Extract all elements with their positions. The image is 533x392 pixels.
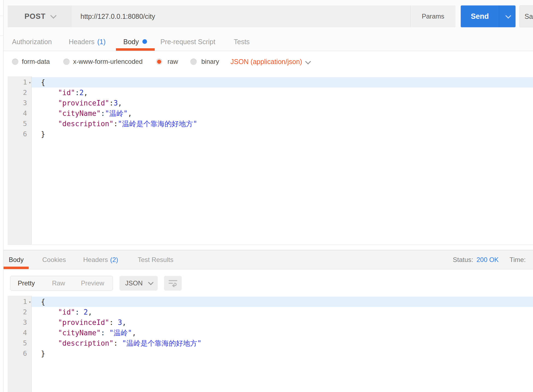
- response-format-label: JSON: [125, 279, 143, 287]
- content-type-chevron-icon[interactable]: [305, 60, 309, 65]
- code-token: :: [109, 318, 118, 327]
- radio-urlencoded-label[interactable]: x-www-form-urlencoded: [73, 58, 143, 65]
- view-pretty-button[interactable]: Pretty: [18, 279, 35, 287]
- status-value[interactable]: 200 OK: [477, 256, 499, 264]
- response-tab-headers-label: Headers: [83, 256, 108, 264]
- line-number: 1▾: [8, 77, 31, 88]
- code-token: 3: [118, 318, 122, 327]
- radio-binary[interactable]: [190, 59, 197, 65]
- code-token: "温岭": [109, 329, 132, 337]
- send-button[interactable]: Send: [461, 5, 516, 27]
- code-token: :: [101, 329, 109, 337]
- code-token: [41, 339, 58, 347]
- code-token: {: [41, 78, 45, 86]
- code-line: }: [32, 348, 533, 359]
- code-token: :: [113, 120, 118, 128]
- radio-binary-label[interactable]: binary: [201, 58, 219, 65]
- method-chevron-icon: [50, 13, 57, 19]
- wrap-text-icon: [168, 279, 178, 288]
- response-tab-headers[interactable]: Headers (2): [83, 254, 118, 266]
- response-tab-headers-count: (2): [110, 256, 118, 264]
- response-active-tab-underline: [4, 267, 29, 269]
- radio-x-www-form-urlencoded[interactable]: [63, 59, 70, 65]
- tab-authorization[interactable]: Authorization: [12, 35, 52, 49]
- code-token: "温岭": [105, 109, 128, 117]
- line-number: 5: [8, 338, 31, 348]
- body-modified-dot-icon: [142, 39, 147, 44]
- active-tab-underline: [116, 48, 155, 51]
- tab-pre-request-label: Pre-request Script: [160, 38, 215, 46]
- code-token: :: [109, 99, 113, 107]
- save-label: Sa: [525, 13, 533, 20]
- tab-body-label: Body: [123, 38, 139, 46]
- tab-tests-label: Tests: [234, 38, 250, 46]
- code-line: "id": 2,: [32, 307, 533, 317]
- method-select[interactable]: POST: [8, 5, 72, 27]
- view-preview-button[interactable]: Preview: [81, 279, 104, 287]
- request-body-editor[interactable]: 1▾23456 { "id":2, "provinceId":3, "cityN…: [8, 76, 533, 245]
- fold-caret-icon[interactable]: ▾: [29, 77, 31, 88]
- save-button[interactable]: Sa: [519, 5, 533, 27]
- code-token: "cityName": [58, 329, 101, 337]
- response-tab-body-label: Body: [9, 256, 24, 264]
- tab-authorization-label: Authorization: [12, 38, 52, 46]
- code-token: [41, 109, 58, 117]
- request-editor-lines: { "id":2, "provinceId":3, "cityName":"温岭…: [32, 77, 533, 139]
- code-line: "description": "温岭是个靠海的好地方": [32, 338, 533, 348]
- view-raw-button[interactable]: Raw: [52, 279, 65, 287]
- code-token: "id": [58, 89, 75, 97]
- code-token: ,: [122, 318, 126, 327]
- params-button[interactable]: Params: [410, 5, 456, 27]
- radio-raw[interactable]: [156, 59, 162, 65]
- line-number: 6: [8, 348, 31, 359]
- tab-tests[interactable]: Tests: [234, 35, 250, 49]
- code-token: {: [41, 298, 45, 306]
- code-line[interactable]: }: [32, 129, 533, 139]
- radio-form-data[interactable]: [12, 59, 18, 65]
- sidebar-divider: [0, 35, 3, 36]
- tab-body[interactable]: Body: [123, 35, 139, 49]
- wrap-text-button[interactable]: [164, 276, 182, 291]
- response-format-chevron-icon: [148, 280, 154, 285]
- code-line[interactable]: "description":"温岭是个靠海的好地方": [32, 119, 533, 129]
- code-line[interactable]: "id":2,: [32, 88, 533, 98]
- response-status-bar: Status: 200 OK Time:: [453, 254, 533, 266]
- response-tab-body[interactable]: Body: [9, 254, 24, 266]
- request-editor-gutter: 1▾23456: [8, 76, 32, 245]
- tab-pre-request-script[interactable]: Pre-request Script: [160, 35, 215, 49]
- response-view-switch: Pretty Raw Preview: [10, 276, 113, 291]
- code-token: ,: [118, 99, 122, 107]
- code-token: 2: [84, 308, 88, 316]
- line-number: 1▾: [8, 297, 31, 307]
- response-format-select[interactable]: JSON: [119, 276, 158, 291]
- send-label[interactable]: Send: [461, 5, 499, 27]
- radio-form-data-label[interactable]: form-data: [22, 58, 50, 65]
- code-line[interactable]: "cityName":"温岭",: [32, 108, 533, 119]
- response-tab-test-results[interactable]: Test Results: [138, 254, 173, 266]
- response-tab-cookies[interactable]: Cookies: [42, 254, 66, 266]
- code-line: {: [32, 297, 533, 307]
- code-token: ,: [84, 89, 88, 97]
- code-token: ,: [132, 329, 136, 337]
- code-token: [41, 99, 58, 107]
- code-token: "温岭是个靠海的好地方": [122, 339, 201, 347]
- tab-headers-count: (1): [97, 38, 106, 46]
- code-line[interactable]: "provinceId":3,: [32, 98, 533, 108]
- code-token: "cityName": [58, 109, 101, 117]
- status-label: Status:: [453, 256, 473, 264]
- code-token: "description": [58, 120, 114, 128]
- line-number: 3: [8, 317, 31, 328]
- line-number: 5: [8, 119, 31, 129]
- code-token: 2: [79, 89, 84, 97]
- code-token: :: [75, 89, 79, 97]
- tab-headers[interactable]: Headers (1): [69, 35, 106, 49]
- code-line[interactable]: {: [32, 77, 533, 88]
- method-label: POST: [25, 12, 46, 21]
- code-token: [41, 318, 58, 327]
- code-token: [41, 89, 58, 97]
- content-type-select[interactable]: JSON (application/json): [230, 58, 302, 66]
- fold-caret-icon[interactable]: ▾: [29, 297, 31, 307]
- url-input[interactable]: http://127.0.0.1:8080/city: [72, 5, 410, 27]
- radio-raw-label[interactable]: raw: [167, 58, 178, 65]
- send-options-button[interactable]: [499, 5, 516, 27]
